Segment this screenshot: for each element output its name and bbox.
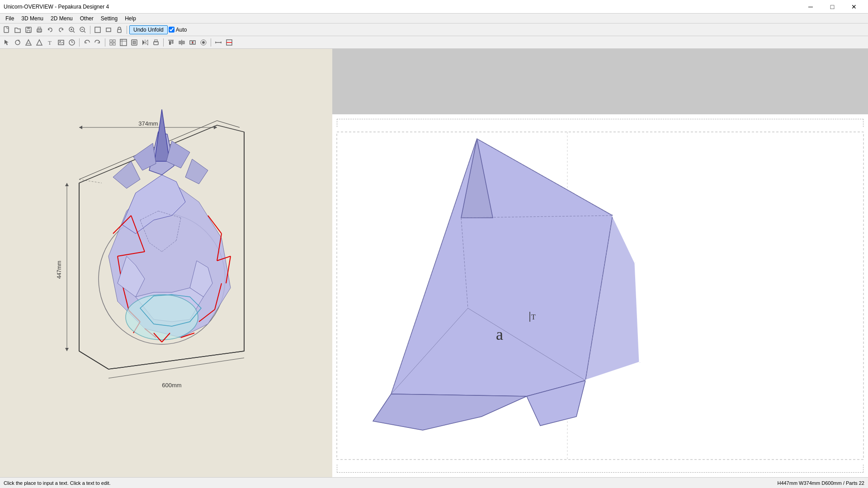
rotate-tool[interactable] — [13, 38, 23, 47]
left-3d-panel[interactable]: 374mm 447mm 600mm — [0, 49, 332, 477]
right-bottom-area[interactable]: a T — [332, 114, 868, 477]
menu-3d[interactable]: 3D Menu — [18, 14, 47, 23]
redo2-button[interactable] — [93, 38, 103, 47]
svg-line-13 — [84, 31, 85, 33]
align-top-button[interactable] — [166, 38, 176, 47]
status-bar: Click the place to input a text. Click a… — [0, 477, 868, 488]
size-button[interactable] — [213, 38, 223, 47]
menu-help[interactable]: Help — [121, 14, 140, 23]
menu-other[interactable]: Other — [76, 14, 97, 23]
print-button[interactable] — [34, 25, 44, 35]
menu-file[interactable]: File — [2, 14, 18, 23]
svg-text:T: T — [531, 313, 536, 321]
grid-button[interactable] — [108, 38, 118, 47]
right-2d-panel[interactable]: a T — [332, 49, 868, 477]
zoom-in-button[interactable] — [67, 25, 77, 35]
join-button[interactable] — [188, 38, 198, 47]
svg-rect-42 — [169, 41, 171, 45]
expand-button[interactable] — [118, 38, 128, 47]
svg-rect-14 — [95, 27, 100, 33]
window-controls: ─ □ ✕ — [800, 0, 864, 14]
menu-bar: File 3D Menu 2D Menu Other Setting Help — [0, 14, 868, 23]
svg-rect-29 — [110, 43, 112, 45]
toolbar-separator-2 — [127, 26, 127, 34]
maximize-button[interactable]: □ — [822, 0, 843, 14]
undo-unfold-button[interactable]: Undo Unfold — [129, 25, 168, 34]
auto-checkbox[interactable] — [169, 27, 175, 33]
svg-text:T: T — [48, 39, 52, 46]
close-button[interactable]: ✕ — [844, 0, 864, 14]
text-tool[interactable]: T — [45, 38, 55, 47]
svg-rect-47 — [190, 41, 192, 44]
flip-h-button[interactable] — [140, 38, 150, 47]
svg-rect-46 — [183, 41, 184, 44]
svg-rect-43 — [172, 41, 173, 43]
main-content: 374mm 447mm 600mm — [0, 49, 868, 477]
toolbar-2: T — [0, 36, 868, 49]
lock-button[interactable] — [114, 25, 124, 35]
svg-point-23 — [60, 41, 61, 42]
svg-marker-17 — [5, 40, 9, 45]
distribute-h-button[interactable] — [177, 38, 187, 47]
redo-button[interactable] — [56, 25, 66, 35]
3d-model-svg: 374mm 447mm 600mm — [0, 49, 332, 477]
svg-rect-16 — [118, 29, 121, 33]
undo2-button[interactable] — [82, 38, 92, 47]
title-bar: Unicorn-OVERVIEW - Pepakura Designer 4 ─… — [0, 0, 868, 14]
measure-tool[interactable] — [67, 38, 77, 47]
svg-line-10 — [73, 31, 75, 33]
svg-marker-38 — [146, 40, 148, 45]
new-button[interactable] — [2, 25, 12, 35]
toolbar-separator-1 — [90, 26, 90, 34]
svg-text:600mm: 600mm — [162, 382, 181, 389]
toolbar2-sep1 — [79, 38, 80, 47]
open-button[interactable] — [13, 25, 23, 35]
window-title: Unicorn-OVERVIEW - Pepakura Designer 4 — [4, 4, 109, 10]
select-tool[interactable] — [2, 38, 12, 47]
edge-id-button[interactable] — [224, 38, 234, 47]
snap-button[interactable] — [198, 38, 208, 47]
print2-button[interactable] — [151, 38, 161, 47]
unfold-2d-svg: a T — [332, 114, 868, 477]
undo-button[interactable] — [45, 25, 55, 35]
svg-marker-36 — [142, 40, 145, 45]
edge-tool[interactable] — [34, 38, 44, 47]
image-tool[interactable] — [56, 38, 66, 47]
svg-point-50 — [202, 41, 205, 44]
right-top-area — [332, 49, 868, 114]
svg-rect-0 — [4, 27, 9, 33]
svg-text:447mm: 447mm — [56, 261, 62, 279]
svg-rect-28 — [113, 40, 115, 42]
zoom-out-button[interactable] — [78, 25, 88, 35]
status-left-text: Click the place to input a text. Click a… — [4, 480, 111, 486]
svg-rect-48 — [193, 41, 195, 44]
toolbar2-sep3 — [163, 38, 164, 47]
svg-text:a: a — [496, 325, 503, 343]
toolbar-1: Undo Unfold Auto — [0, 23, 868, 36]
svg-rect-31 — [120, 39, 127, 46]
menu-setting[interactable]: Setting — [97, 14, 121, 23]
svg-rect-30 — [113, 43, 115, 45]
svg-rect-2 — [27, 27, 30, 29]
svg-rect-15 — [106, 28, 111, 32]
minimize-button[interactable]: ─ — [800, 0, 821, 14]
group-button[interactable] — [129, 38, 139, 47]
status-right-text: H447mm W374mm D600mm / Parts 22 — [777, 480, 864, 486]
save-button[interactable] — [24, 25, 33, 35]
svg-point-105 — [126, 295, 198, 340]
auto-label: Auto — [169, 27, 187, 33]
flap-tool[interactable] — [24, 38, 33, 47]
svg-rect-35 — [133, 41, 136, 44]
select-button[interactable] — [93, 25, 103, 35]
toolbar2-sep4 — [211, 38, 211, 47]
menu-2d[interactable]: 2D Menu — [47, 14, 76, 23]
svg-rect-6 — [38, 31, 41, 32]
svg-rect-45 — [179, 41, 181, 44]
svg-rect-27 — [110, 40, 112, 42]
rect-button[interactable] — [104, 25, 113, 35]
svg-text:374mm: 374mm — [138, 120, 158, 127]
svg-marker-19 — [26, 40, 31, 45]
toolbar2-sep2 — [105, 38, 105, 47]
